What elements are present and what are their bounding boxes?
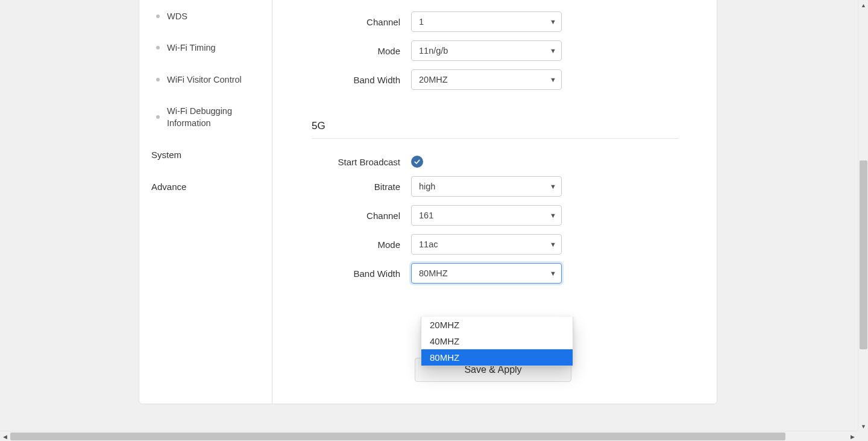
select-bitrate-5g[interactable]: high ▼ — [411, 176, 562, 197]
chevron-down-icon: ▼ — [550, 47, 556, 54]
scroll-down-arrow-icon[interactable]: ▼ — [858, 421, 868, 431]
section-title-5g: 5G — [312, 120, 718, 132]
label-mode-24: Mode — [272, 46, 411, 56]
bandwidth-5g-dropdown[interactable]: 20MHZ 40MHZ 80MHZ — [421, 317, 573, 366]
scrollbar-corner — [858, 431, 868, 441]
sidebar-section-system[interactable]: System — [139, 139, 272, 171]
bullet-icon — [156, 115, 160, 119]
chevron-down-icon: ▼ — [550, 270, 556, 277]
row-5g-bitrate: Bitrate high ▼ — [272, 176, 718, 197]
label-channel-5g: Channel — [272, 211, 411, 221]
vertical-scrollbar[interactable]: ▲ ▼ — [858, 0, 868, 431]
select-mode-5g[interactable]: 11ac ▼ — [411, 234, 562, 255]
row-5g-broadcast: Start Broadcast — [272, 156, 718, 168]
select-channel-24[interactable]: 1 ▼ — [411, 11, 562, 32]
sidebar-section-label: Advance — [151, 182, 186, 192]
sidebar-item-label: Wi-Fi Timing — [167, 42, 216, 54]
label-bandwidth-24: Band Width — [272, 75, 411, 85]
sidebar-item-wds[interactable]: WDS — [139, 1, 272, 32]
bullet-icon — [156, 14, 160, 18]
select-channel-5g[interactable]: 161 ▼ — [411, 205, 562, 226]
horizontal-scrollbar[interactable]: ◀ ▶ — [0, 431, 858, 441]
row-5g-bandwidth: Band Width 80MHZ ▼ — [272, 263, 718, 284]
bandwidth-option-80mhz[interactable]: 80MHZ — [421, 349, 573, 366]
select-bandwidth-24[interactable]: 20MHZ ▼ — [411, 69, 562, 90]
sidebar: WDS Wi-Fi Timing WiFi Visitor Control Wi… — [139, 0, 272, 404]
row-5g-mode: Mode 11ac ▼ — [272, 234, 718, 255]
vertical-scrollbar-thumb[interactable] — [860, 160, 867, 349]
select-value: 11ac — [419, 240, 438, 249]
sidebar-section-label: System — [151, 150, 181, 160]
sidebar-item-label: WDS — [167, 10, 187, 22]
row-24-channel: Channel 1 ▼ — [272, 11, 718, 32]
bandwidth-option-20mhz[interactable]: 20MHZ — [421, 317, 573, 333]
label-mode-5g: Mode — [272, 240, 411, 250]
bandwidth-option-40mhz[interactable]: 40MHZ — [421, 333, 573, 349]
sidebar-item-wifi-timing[interactable]: Wi-Fi Timing — [139, 32, 272, 63]
chevron-down-icon: ▼ — [550, 183, 556, 190]
select-value: 11n/g/b — [419, 46, 448, 56]
scroll-up-arrow-icon[interactable]: ▲ — [858, 0, 868, 10]
sidebar-item-label: WiFi Visitor Control — [167, 74, 242, 86]
select-value: 161 — [419, 211, 433, 220]
label-broadcast: Start Broadcast — [272, 157, 411, 167]
label-bandwidth-5g: Band Width — [272, 268, 411, 279]
select-mode-24[interactable]: 11n/g/b ▼ — [411, 40, 562, 61]
chevron-down-icon: ▼ — [550, 212, 556, 219]
scroll-right-arrow-icon[interactable]: ▶ — [848, 431, 858, 441]
sidebar-item-wifi-debugging-information[interactable]: Wi-Fi Debugging Information — [139, 95, 272, 139]
horizontal-scrollbar-thumb[interactable] — [10, 433, 785, 440]
select-value: 80MHZ — [419, 268, 448, 278]
check-icon — [414, 158, 421, 165]
sidebar-item-wifi-visitor-control[interactable]: WiFi Visitor Control — [139, 64, 272, 95]
bullet-icon — [156, 46, 160, 49]
sidebar-item-label: Wi-Fi Debugging Information — [167, 105, 260, 130]
sidebar-section-advance[interactable]: Advance — [139, 171, 272, 203]
chevron-down-icon: ▼ — [550, 241, 556, 248]
chevron-down-icon: ▼ — [550, 76, 556, 83]
row-24-mode: Mode 11n/g/b ▼ — [272, 40, 718, 61]
label-bitrate: Bitrate — [272, 182, 411, 192]
select-value: 1 — [419, 17, 424, 27]
select-value: high — [419, 182, 435, 191]
select-bandwidth-5g[interactable]: 80MHZ ▼ — [411, 263, 562, 284]
chevron-down-icon: ▼ — [550, 18, 556, 25]
toggle-broadcast[interactable] — [411, 156, 423, 168]
row-24-bandwidth: Band Width 20MHZ ▼ — [272, 69, 718, 90]
select-value: 20MHZ — [419, 75, 448, 84]
section-divider — [312, 138, 679, 139]
row-5g-channel: Channel 161 ▼ — [272, 205, 718, 226]
scroll-left-arrow-icon[interactable]: ◀ — [0, 431, 10, 441]
bullet-icon — [156, 78, 160, 81]
label-channel-24: Channel — [272, 17, 411, 27]
